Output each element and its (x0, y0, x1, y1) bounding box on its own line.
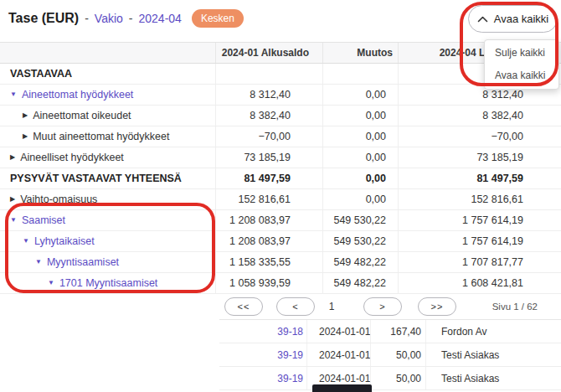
open-all-button-label: Avaa kaikki (494, 13, 549, 25)
row-label: VASTAAVAA (10, 64, 72, 84)
expand-dropdown-menu: Sulje kaikki Avaa kaikki (484, 39, 559, 90)
row-label-cell: VASTAAVAA (0, 64, 216, 84)
row-label-cell: ▼Saamiset (0, 210, 216, 230)
value-cell: 0,00 (323, 126, 399, 147)
expand-triangle-icon[interactable]: ▶ (23, 112, 28, 119)
row-label: Aineelliset hyödykkeet (20, 147, 124, 168)
value-cell: 81 497,59 (216, 168, 323, 188)
report-template-link[interactable]: Vakio (95, 12, 123, 25)
value-cell (216, 64, 323, 84)
page-title: Tase (EUR) (8, 11, 79, 26)
table-row: ▼Saamiset1 208 083,97549 530,221 757 614… (0, 210, 561, 231)
detail-row: 39-182024-01-01167,40Fordon Av (219, 320, 561, 343)
period-link[interactable]: 2024-04 (139, 12, 182, 25)
table-row: ▶Aineelliset hyödykkeet73 185,190,0073 1… (0, 147, 561, 168)
collapse-triangle-icon[interactable]: ▼ (10, 91, 17, 98)
row-label: Muut aineettomat hyödykkeet (33, 126, 169, 147)
table-header-row: 2024-01 Alkusaldo Muutos 2024-04 Loppusa… (0, 42, 561, 64)
column-header-change: Muutos (323, 43, 399, 63)
partial-tooltip-overlay (312, 384, 372, 392)
menu-item-open-all[interactable]: Avaa kaikki (485, 64, 558, 87)
value-cell: 0,00 (323, 147, 399, 168)
value-cell: 1 757 614,19 (399, 210, 561, 230)
balance-sheet-page: Tase (EUR) - Vakio - 2024-04 Kesken Avaa… (0, 0, 561, 392)
row-label[interactable]: 1701 Myyntisaamiset (59, 273, 157, 293)
value-cell: 152 816,61 (216, 189, 323, 209)
entry-number-link[interactable]: 39-18 (219, 320, 306, 343)
value-cell: 1 208 083,97 (216, 231, 323, 251)
pagination-current-page: 1 (322, 301, 341, 312)
row-label-cell: ▼Lyhytaikaiset (0, 231, 216, 251)
expand-triangle-icon[interactable]: ▶ (23, 133, 28, 140)
value-cell: 549 530,22 (323, 210, 399, 230)
row-label-cell: ▶Aineettomat oikeudet (0, 106, 216, 126)
pagination-prev-button[interactable]: < (276, 297, 315, 316)
value-cell: 549 530,22 (323, 231, 399, 251)
open-all-button[interactable]: Avaa kaikki (468, 5, 558, 33)
collapse-triangle-icon[interactable]: ▼ (35, 259, 42, 266)
value-cell (323, 64, 399, 84)
value-cell: 73 185,19 (216, 147, 323, 168)
title-separator: - (129, 12, 133, 25)
value-cell: 1 058 939,59 (216, 273, 323, 293)
column-header-opening-balance: 2024-01 Alkusaldo (216, 43, 323, 63)
expand-triangle-icon[interactable]: ▶ (10, 154, 15, 161)
entry-name: Fordon Av (425, 320, 561, 343)
status-badge: Kesken (192, 9, 244, 28)
detail-row: 39-192024-01-0150,00Testi Asiakas (219, 367, 561, 390)
pagination-last-button[interactable]: >> (418, 297, 456, 316)
row-label-cell: ▼1701 Myyntisaamiset (0, 273, 216, 293)
row-label-cell: ▼Aineettomat hyödykkeet (0, 85, 216, 105)
collapse-triangle-icon[interactable]: ▼ (23, 238, 29, 245)
entry-date: 2024-01-01 (306, 320, 370, 343)
menu-item-close-all[interactable]: Sulje kaikki (485, 42, 558, 64)
table-row: ▼Myyntisaamiset1 158 335,55549 482,221 7… (0, 252, 561, 273)
table-row: ▼Lyhytaikaiset1 208 083,97549 530,221 75… (0, 231, 561, 252)
row-label[interactable]: Myyntisaamiset (47, 252, 119, 272)
collapse-triangle-icon[interactable]: ▼ (48, 280, 54, 286)
value-cell: 8 312,40 (216, 85, 323, 105)
table-row: ▶Aineettomat oikeudet8 382,400,008 382,4… (0, 106, 561, 126)
table-row: ▼1701 Myyntisaamiset1 058 939,59549 482,… (0, 273, 561, 294)
title-separator: - (85, 12, 89, 25)
chevron-up-icon (477, 16, 488, 23)
table-row: ▼Aineettomat hyödykkeet8 312,400,008 312… (0, 85, 561, 106)
value-cell: 0,00 (323, 189, 399, 209)
row-label: Vaihto-omaisuus (20, 189, 97, 209)
entry-amount: 50,00 (370, 343, 425, 366)
row-label-cell: ▼Myyntisaamiset (0, 252, 216, 272)
row-label-cell: PYSYVÄT VASTAAVAT YHTEENSÄ (0, 168, 216, 188)
pagination-next-button[interactable]: > (363, 297, 402, 316)
value-cell: 1 158 335,55 (216, 252, 323, 272)
balance-table: 2024-01 Alkusaldo Muutos 2024-04 Loppusa… (0, 42, 561, 294)
row-label: PYSYVÄT VASTAAVAT YHTEENSÄ (10, 168, 182, 188)
value-cell: 549 482,22 (323, 252, 399, 272)
value-cell: 0,00 (323, 168, 399, 188)
row-label-cell: ▶Muut aineettomat hyödykkeet (0, 126, 216, 147)
value-cell: 1 707 817,77 (399, 252, 561, 272)
value-cell: 81 497,59 (399, 168, 561, 188)
entry-date: 2024-01-01 (306, 343, 370, 366)
table-row: VASTAAVAA (0, 64, 561, 85)
row-label[interactable]: Saamiset (22, 210, 65, 230)
value-cell: 73 185,19 (399, 147, 561, 168)
pagination-info: Sivu 1 / 62 (492, 302, 538, 312)
title-bar: Tase (EUR) - Vakio - 2024-04 Kesken (8, 8, 244, 29)
row-label[interactable]: Lyhytaikaiset (34, 231, 95, 251)
pagination-first-button[interactable]: << (224, 297, 263, 316)
row-label-cell: ▶Aineelliset hyödykkeet (0, 147, 216, 168)
value-cell: 8 382,40 (216, 106, 323, 126)
collapse-triangle-icon[interactable]: ▼ (10, 217, 17, 224)
entry-number-link[interactable]: 39-19 (219, 367, 306, 389)
value-cell: 1 208 083,97 (216, 210, 323, 230)
expand-triangle-icon[interactable]: ▶ (10, 196, 15, 203)
pagination-bar: << < 1 > >> Sivu 1 / 62 (219, 294, 561, 320)
value-cell: 1 757 614,19 (399, 231, 561, 251)
row-label[interactable]: Aineettomat hyödykkeet (22, 85, 133, 105)
table-row: PYSYVÄT VASTAAVAT YHTEENSÄ81 497,590,008… (0, 168, 561, 189)
entry-name: Testi Asiakas (425, 367, 561, 389)
row-label: Aineettomat oikeudet (33, 106, 131, 126)
value-cell: 8 382,40 (399, 106, 561, 126)
entry-number-link[interactable]: 39-19 (219, 343, 306, 366)
value-cell: −70,00 (216, 126, 323, 147)
